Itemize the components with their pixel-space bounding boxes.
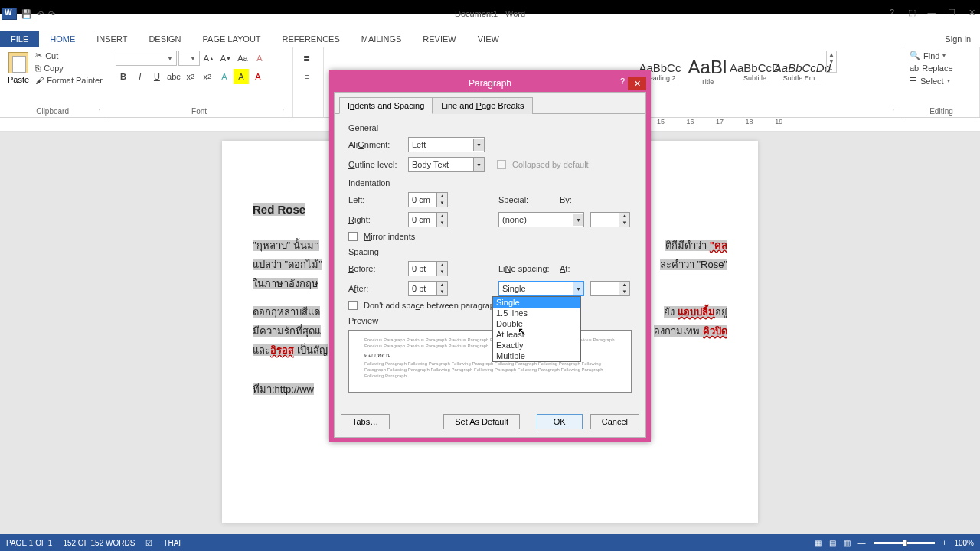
format-painter-button[interactable]: 🖌Format Painter — [35, 76, 103, 85]
spin-down-icon[interactable]: ▼ — [436, 289, 447, 295]
indent-right-spinner[interactable]: 0 cm▲▼ — [408, 212, 448, 227]
tab-home[interactable]: HOME — [39, 31, 86, 47]
italic-button[interactable]: I — [132, 69, 148, 84]
copy-button[interactable]: ⎘Copy — [35, 64, 103, 73]
indent-left-spinner[interactable]: 0 cm▲▼ — [408, 192, 448, 207]
outline-level-combo[interactable]: Body Text▼ — [408, 157, 485, 172]
web-layout-icon[interactable]: ▥ — [844, 539, 851, 547]
shrink-font-button[interactable]: A▼ — [218, 51, 234, 66]
option-single[interactable]: Single — [493, 297, 580, 308]
bold-button[interactable]: B — [116, 69, 131, 84]
ok-button[interactable]: OK — [537, 414, 583, 429]
find-button[interactable]: 🔍Find▾ — [910, 51, 946, 60]
before-spinner[interactable]: 0 pt▲▼ — [408, 261, 448, 276]
tab-review[interactable]: REVIEW — [412, 31, 466, 47]
tab-mailings[interactable]: MAILINGS — [351, 31, 413, 47]
spin-down-icon[interactable]: ▼ — [436, 269, 447, 276]
maximize-icon[interactable]: ☐ — [945, 8, 959, 18]
grow-font-button[interactable]: A▲ — [201, 51, 217, 66]
sign-in-link[interactable]: Sign in — [936, 31, 980, 47]
spin-up-icon[interactable]: ▲ — [619, 213, 629, 220]
style-subtle-em[interactable]: AaBbCcDdSubtle Em… — [779, 51, 826, 92]
mirror-indents-checkbox[interactable] — [348, 232, 358, 241]
expand-icon[interactable]: ⌐ — [99, 106, 103, 112]
tab-line-page-breaks[interactable]: Line and Page Breaks — [433, 97, 532, 114]
after-spinner[interactable]: 0 pt▲▼ — [408, 281, 448, 296]
minimize-icon[interactable]: — — [925, 8, 939, 18]
zoom-in-icon[interactable]: + — [942, 539, 947, 547]
word-count[interactable]: 152 OF 152 WORDS — [63, 539, 135, 547]
spin-down-icon[interactable]: ▼ — [436, 200, 447, 207]
tabs-button[interactable]: Tabs… — [341, 414, 390, 429]
font-size-combo[interactable]: ▼ — [178, 51, 200, 66]
zoom-out-icon[interactable]: — — [858, 539, 866, 547]
close-icon[interactable]: ✕ — [965, 8, 978, 18]
undo-icon[interactable]: ↶ — [37, 9, 44, 19]
spin-down-icon[interactable]: ▼ — [619, 220, 629, 227]
superscript-button[interactable]: x2 — [200, 69, 215, 84]
page-indicator[interactable]: PAGE 1 OF 1 — [6, 539, 52, 547]
clear-formatting-button[interactable]: A — [252, 51, 267, 66]
align-left-button[interactable]: ≡ — [299, 69, 315, 84]
underline-button[interactable]: U — [149, 69, 165, 84]
print-layout-icon[interactable]: ▤ — [829, 539, 836, 547]
spin-down-icon[interactable]: ▼ — [619, 289, 629, 295]
tab-references[interactable]: REFERENCES — [272, 31, 351, 47]
special-combo[interactable]: (none)▼ — [498, 212, 584, 227]
cut-button[interactable]: ✂Cut — [35, 51, 103, 60]
zoom-level[interactable]: 100% — [954, 539, 974, 547]
spin-up-icon[interactable]: ▲ — [436, 262, 447, 269]
styles-down-icon[interactable]: ▼ — [827, 58, 836, 65]
redo-icon[interactable]: ↷ — [48, 9, 55, 19]
dialog-titlebar[interactable]: Paragraph ? ✕ — [334, 75, 646, 92]
highlight-button[interactable]: A — [234, 69, 249, 84]
dont-add-space-checkbox[interactable] — [348, 301, 358, 310]
save-icon[interactable]: 💾 — [21, 9, 32, 19]
option-at-least[interactable]: At least — [493, 329, 580, 340]
style-subtitle[interactable]: AaBbCcDSubtitle — [731, 51, 779, 92]
select-button[interactable]: ☰Select▾ — [910, 76, 950, 86]
expand-icon[interactable]: ⌐ — [283, 106, 286, 112]
cancel-button[interactable]: Cancel — [590, 414, 639, 429]
by-spinner[interactable]: ▲▼ — [590, 212, 630, 227]
replace-button[interactable]: abReplace — [910, 64, 953, 73]
bullets-button[interactable]: ≣ — [299, 51, 315, 66]
spin-down-icon[interactable]: ▼ — [436, 220, 447, 227]
tab-indents-spacing[interactable]: Indents and Spacing — [339, 97, 433, 114]
at-spinner[interactable]: ▲▼ — [590, 281, 630, 296]
read-mode-icon[interactable]: ▦ — [815, 539, 822, 547]
paste-button[interactable]: Paste — [6, 51, 31, 86]
alignment-combo[interactable]: Left▼ — [408, 137, 485, 152]
strikethrough-button[interactable]: abc — [166, 69, 181, 84]
option-double[interactable]: Double — [493, 318, 580, 329]
subscript-button[interactable]: x2 — [183, 69, 198, 84]
font-color-button[interactable]: A — [250, 69, 266, 84]
tab-design[interactable]: DESIGN — [138, 31, 191, 47]
text-effects-button[interactable]: A — [217, 69, 232, 84]
tab-insert[interactable]: INSERT — [86, 31, 138, 47]
styles-more-icon[interactable]: ⌄ — [827, 65, 836, 72]
dialog-help-icon[interactable]: ? — [620, 77, 625, 86]
proofing-icon[interactable]: ☑ — [145, 539, 152, 547]
style-title[interactable]: AaBlTitle — [684, 51, 731, 92]
tab-view[interactable]: VIEW — [467, 31, 510, 47]
zoom-slider[interactable] — [874, 542, 935, 544]
change-case-button[interactable]: Aa — [235, 51, 250, 66]
expand-icon[interactable]: ⌐ — [893, 106, 897, 112]
set-as-default-button[interactable]: Set As Default — [443, 414, 520, 429]
tab-file[interactable]: FILE — [0, 31, 39, 47]
dialog-close-icon[interactable]: ✕ — [628, 77, 646, 90]
tab-page-layout[interactable]: PAGE LAYOUT — [192, 31, 272, 47]
spin-up-icon[interactable]: ▲ — [436, 193, 447, 200]
language-indicator[interactable]: THAI — [163, 539, 181, 547]
spin-up-icon[interactable]: ▲ — [619, 282, 629, 289]
spin-up-icon[interactable]: ▲ — [436, 213, 447, 220]
styles-up-icon[interactable]: ▲ — [827, 51, 836, 58]
spin-up-icon[interactable]: ▲ — [436, 282, 447, 289]
ribbon-options-icon[interactable]: ⬚ — [905, 8, 919, 18]
option-1-5-lines[interactable]: 1.5 lines — [493, 308, 580, 318]
help-icon[interactable]: ? — [885, 8, 899, 18]
option-exactly[interactable]: Exactly — [493, 340, 580, 350]
option-multiple[interactable]: Multiple — [493, 350, 580, 361]
line-spacing-combo[interactable]: Single▼ — [498, 281, 584, 296]
